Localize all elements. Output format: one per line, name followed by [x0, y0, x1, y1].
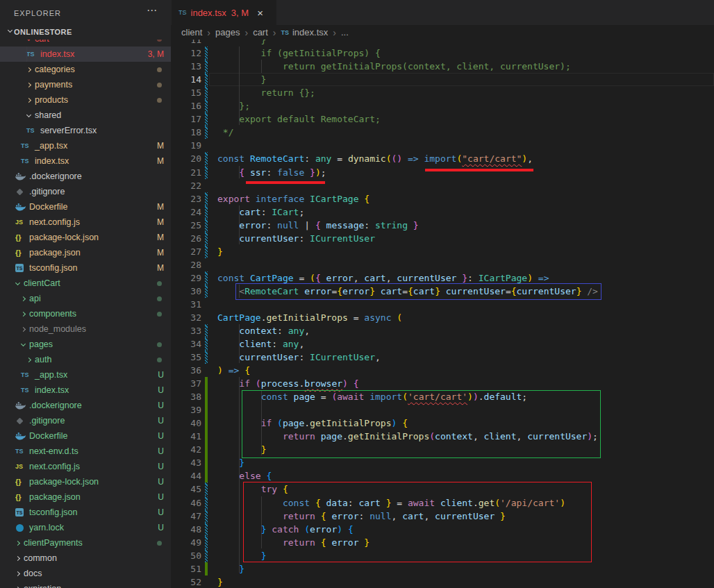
code-line-19[interactable]: 19 [171, 139, 714, 152]
gutter-added-indicator [205, 417, 208, 430]
more-actions-icon[interactable]: ⋯ [147, 4, 158, 17]
tree-item-payments[interactable]: payments [0, 77, 171, 92]
tree-item-tsconfig-json[interactable]: TStsconfig.jsonM [0, 260, 171, 276]
code-line-18[interactable]: 18 */ [171, 126, 714, 139]
code-line-34[interactable]: 34 client: any, [171, 337, 714, 351]
chevron-right-icon [26, 82, 31, 87]
code-line-14[interactable]: 14 } [171, 73, 714, 86]
code-line-24[interactable]: 24 cart: ICart; [171, 205, 714, 219]
code-line-44[interactable]: 44 else { [171, 469, 714, 482]
close-icon[interactable]: × [257, 7, 263, 19]
status-dot-badge [157, 342, 162, 347]
tree-item-label: package-lock.json [29, 477, 99, 487]
file-icon-ts: TS [21, 142, 35, 149]
code-line-text: currentUser: ICurrentUser [217, 232, 375, 245]
tree-item-index-tsx[interactable]: TSindex.tsx3, M [0, 47, 171, 62]
tree-item-cart[interactable]: cart [0, 40, 171, 47]
code-line-27[interactable]: 27} [171, 245, 714, 258]
breadcrumb-item-cart[interactable]: cart [253, 27, 268, 37]
tree-item-expiration[interactable]: expiration [0, 581, 171, 588]
code-line-20[interactable]: 20const RemoteCart: any = dynamic(() => … [171, 152, 714, 165]
tree-item--dockerignore[interactable]: .dockerignore [0, 169, 171, 184]
tree-item-package-json[interactable]: {}package.jsonM [0, 245, 171, 260]
breadcrumb-symbol-tail[interactable]: ... [341, 27, 349, 37]
tree-item-next-config-js[interactable]: JSnext.config.jsM [0, 215, 171, 230]
code-line-51[interactable]: 51 } [171, 562, 714, 576]
code-line-32[interactable]: 32CartPage.getInitialProps = async ( [171, 311, 714, 324]
code-line-33[interactable]: 33 context: any, [171, 324, 714, 337]
code-line-43[interactable]: 43 } [171, 456, 714, 469]
code-line-37[interactable]: 37 if (process.browser) { [171, 377, 714, 390]
tree-item-label: index.tsx [35, 385, 69, 395]
tree-item--gitignore[interactable]: .gitignoreU [0, 413, 171, 428]
code-line-52[interactable]: 52} [171, 576, 714, 588]
tree-item--dockerignore[interactable]: .dockerignoreU [0, 398, 171, 413]
tree-item--gitignore[interactable]: .gitignore [0, 184, 171, 199]
tree-item-label: categories [35, 65, 75, 74]
tree-item-tsconfig-json[interactable]: TStsconfig.jsonU [0, 505, 171, 520]
code-line-35[interactable]: 35 currentUser: ICurrentUser, [171, 351, 714, 364]
tree-item-pages[interactable]: pages [0, 337, 171, 352]
breadcrumb-item-file[interactable]: index.tsx [292, 27, 328, 37]
code-line-21[interactable]: 21 { ssr: false }); [171, 166, 714, 179]
code-line-25[interactable]: 25 error: null | { message: string } [171, 219, 714, 232]
code-line-16[interactable]: 16 }; [171, 99, 714, 112]
tree-item-next-config-js[interactable]: JSnext.config.jsU [0, 459, 171, 474]
tree-item-clientPayments[interactable]: clientPayments [0, 535, 171, 551]
tree-item-Dockerfile[interactable]: DockerfileU [0, 428, 171, 444]
tree-item-auth[interactable]: auth [0, 352, 171, 367]
tree-item-components[interactable]: components [0, 306, 171, 321]
tree-item-docs[interactable]: docs [0, 566, 171, 581]
tree-item-Dockerfile[interactable]: DockerfileM [0, 199, 171, 215]
tree-item-clientCart[interactable]: clientCart [0, 276, 171, 291]
chevron-right-icon: › [207, 27, 210, 38]
code-line-23[interactable]: 23export interface ICartPage { [171, 192, 714, 205]
chevron-down-icon [15, 280, 20, 285]
tree-item-node-modules[interactable]: node_modules [0, 321, 171, 337]
gutter-modified-indicator [205, 73, 208, 86]
code-line-text: export default RemoteCart; [217, 112, 381, 126]
code-line-28[interactable]: 28 [171, 258, 714, 271]
code-line-text: if (getInitialProps) { [217, 47, 381, 60]
breadcrumb-item-client[interactable]: client [181, 27, 202, 37]
tree-item-categories[interactable]: categories [0, 62, 171, 77]
tree-item-label: pages [29, 339, 53, 349]
tree-item-serverError-tsx[interactable]: TSserverError.tsx [0, 123, 171, 138]
breadcrumb-item-pages[interactable]: pages [215, 27, 240, 37]
tree-item--app-tsx[interactable]: TS_app.tsxM [0, 138, 171, 153]
tree-item-common[interactable]: common [0, 551, 171, 566]
tree-item-package-lock-json[interactable]: {}package-lock.jsonM [0, 230, 171, 245]
tree-item-package-lock-json[interactable]: {}package-lock.jsonU [0, 474, 171, 489]
gutter-added-indicator [205, 562, 208, 576]
tree-item-label: .gitignore [29, 416, 65, 426]
code-editor[interactable]: 11 }12 if (getInitialProps) {13 return g… [171, 40, 714, 588]
tree-item-products[interactable]: products [0, 92, 171, 108]
tree-item-index-tsx[interactable]: TSindex.tsxM [0, 153, 171, 169]
chevron-right-icon: › [273, 27, 276, 38]
tree-item-shared[interactable]: shared [0, 108, 171, 123]
code-line-29[interactable]: 29const CartPage = ({ error, cart, curre… [171, 271, 714, 285]
code-line-text: } [217, 562, 244, 576]
code-line-11[interactable]: 11 } [171, 40, 714, 47]
code-line-26[interactable]: 26 currentUser: ICurrentUser [171, 232, 714, 245]
code-line-text: CartPage.getInitialProps = async ( [217, 311, 402, 324]
section-header-onlinestore[interactable]: ONLINESTORE [0, 25, 171, 40]
tree-item-api[interactable]: api [0, 291, 171, 306]
tree-item--app-tsx[interactable]: TS_app.tsxU [0, 367, 171, 383]
git-status-badge: U [158, 416, 164, 426]
line-number: 15 [171, 86, 201, 99]
breadcrumbs: client›pages›cart›TSindex.tsx›... [171, 25, 714, 40]
code-line-15[interactable]: 15 return {}; [171, 86, 714, 99]
tree-item-yarn-lock[interactable]: yarn.lockU [0, 520, 171, 535]
tree-item-next-env-d-ts[interactable]: TSnext-env.d.tsU [0, 444, 171, 459]
tab-bar: TS index.tsx 3, M × [171, 0, 714, 25]
tree-item-package-json[interactable]: {}package.jsonU [0, 489, 171, 505]
tab-index-tsx[interactable]: TS index.tsx 3, M × [172, 0, 276, 25]
annotation-blue-box-remotecart [235, 283, 601, 300]
code-line-36[interactable]: 36) => { [171, 364, 714, 377]
code-line-13[interactable]: 13 return getInitialProps(context, clien… [171, 60, 714, 73]
tree-item-index-tsx[interactable]: TSindex.tsxU [0, 383, 171, 398]
git-status-badge: M [157, 141, 164, 151]
code-line-17[interactable]: 17 export default RemoteCart; [171, 112, 714, 126]
code-line-12[interactable]: 12 if (getInitialProps) { [171, 47, 714, 60]
